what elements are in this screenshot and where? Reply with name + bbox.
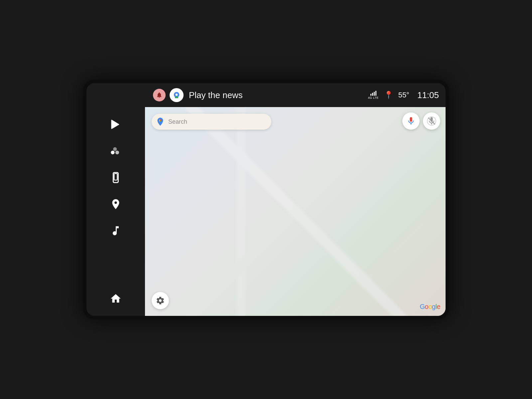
google-logo: Google: [420, 303, 440, 311]
microphone-icon: [406, 116, 416, 126]
sidebar-item-assistant[interactable]: [104, 139, 128, 163]
svg-point-3: [113, 147, 117, 151]
google-logo-g: G: [420, 303, 425, 310]
settings-icon: [156, 296, 165, 305]
mute-button[interactable]: [423, 112, 440, 130]
top-right-buttons: [402, 112, 440, 130]
car-screen: Play the news 4G LTE 📍 55°: [86, 83, 446, 316]
svg-point-2: [115, 151, 119, 154]
sidebar-item-navigation[interactable]: [104, 192, 128, 216]
settings-button[interactable]: [152, 292, 169, 309]
search-bar[interactable]: Search: [152, 114, 271, 130]
google-logo-o1: o: [425, 303, 429, 310]
microphone-button[interactable]: [402, 112, 420, 130]
sidebar-item-phone[interactable]: [104, 166, 128, 190]
notification-bell[interactable]: [153, 89, 166, 101]
assistant-prompt-text: Play the news: [189, 90, 243, 100]
clock-display: 11:05: [417, 90, 439, 100]
search-input-placeholder: Search: [168, 118, 187, 125]
sidebar: [86, 107, 145, 316]
main-area: Search: [86, 107, 446, 316]
svg-point-1: [111, 151, 114, 154]
google-logo-o2: o: [428, 303, 432, 310]
search-bar-container: Search: [152, 114, 412, 130]
status-bar-right: 4G LTE 📍 55° 11:05: [368, 90, 439, 100]
google-logo-g2: g: [432, 303, 436, 310]
sidebar-item-play-store[interactable]: [104, 112, 128, 136]
signal-indicator: 4G LTE: [368, 91, 378, 99]
temperature-display: 55°: [398, 91, 409, 99]
google-assistant-status-btn[interactable]: [170, 88, 184, 102]
status-bar: Play the news 4G LTE 📍 55°: [86, 83, 446, 107]
status-bar-left: Play the news: [153, 88, 243, 102]
maps-pin-icon: [156, 117, 165, 126]
svg-rect-5: [114, 174, 117, 180]
google-logo-e: e: [437, 303, 440, 310]
sidebar-item-music[interactable]: [104, 219, 128, 243]
map-content-area: Search: [145, 107, 446, 316]
mute-icon: [427, 116, 436, 126]
location-icon: 📍: [384, 91, 393, 99]
lte-label: 4G LTE: [368, 96, 378, 99]
sidebar-item-home[interactable]: [104, 287, 128, 311]
map-background: [145, 107, 446, 316]
car-screen-wrapper: Play the news 4G LTE 📍 55°: [83, 80, 449, 319]
